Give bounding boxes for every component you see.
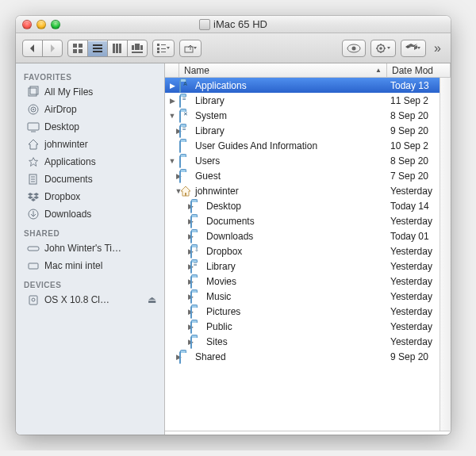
file-name-cell: Library — [179, 95, 387, 106]
file-row[interactable]: ▼Users8 Sep 20 — [165, 153, 451, 168]
dropbox-group — [401, 40, 426, 57]
file-row[interactable]: ▶LibraryYesterday — [165, 259, 451, 274]
file-name-cell: Dropbox — [190, 246, 387, 257]
sidebar-item[interactable]: Mac mini intel — [16, 257, 164, 274]
file-row[interactable]: ▶Library9 Sep 20 — [165, 123, 451, 138]
disclosure-triangle[interactable]: ▶ — [165, 323, 190, 331]
file-row[interactable]: ▼System8 Sep 20 — [165, 108, 451, 123]
folder-icon — [179, 80, 192, 91]
svg-line-35 — [383, 50, 384, 51]
disclosure-triangle[interactable]: ▶ — [165, 353, 179, 361]
toolbar-overflow[interactable]: » — [431, 41, 444, 56]
quicklook-button[interactable] — [342, 40, 366, 57]
eject-icon[interactable]: ⏏ — [148, 294, 156, 305]
file-name-cell: Pictures — [190, 306, 387, 317]
column-headers: Name ▲ Date Mod — [165, 63, 451, 78]
disclosure-triangle[interactable]: ▶ — [165, 232, 190, 240]
file-row[interactable]: ▶DropboxYesterday — [165, 243, 451, 259]
disclosure-triangle[interactable]: ▼ — [165, 157, 179, 165]
file-name: System — [195, 110, 227, 121]
disclosure-triangle[interactable]: ▶ — [165, 308, 190, 316]
folder-icon — [179, 351, 192, 362]
disclosure-triangle[interactable]: ▶ — [165, 278, 190, 285]
folder-icon — [179, 155, 192, 167]
disclosure-triangle[interactable]: ▶ — [165, 338, 190, 346]
sidebar-section-header: DEVICES — [16, 274, 164, 291]
view-icon-button[interactable] — [67, 40, 88, 57]
view-list-button[interactable] — [87, 40, 108, 57]
file-row[interactable]: ▶MoviesYesterday — [165, 274, 451, 289]
disclosure-triangle[interactable]: ▶ — [165, 82, 179, 90]
action-button[interactable] — [370, 40, 396, 57]
file-name: Sites — [206, 336, 228, 347]
view-coverflow-button[interactable] — [127, 40, 148, 57]
svg-rect-69 — [185, 193, 186, 196]
sidebar-item[interactable]: Documents — [16, 171, 164, 188]
disclosure-triangle[interactable]: ▶ — [165, 127, 179, 135]
share-button[interactable] — [179, 40, 202, 57]
disclosure-triangle[interactable]: ▶ — [165, 293, 190, 301]
disclosure-triangle[interactable]: ▶ — [165, 217, 190, 225]
svg-marker-22 — [167, 47, 170, 49]
sidebar-item[interactable]: All My Files — [16, 83, 164, 101]
column-date[interactable]: Date Mod — [387, 63, 451, 77]
home-icon — [27, 138, 40, 151]
file-row[interactable]: ▶Guest7 Sep 20 — [165, 168, 451, 183]
svg-marker-59 — [28, 196, 33, 199]
disclosure-triangle[interactable]: ▶ — [165, 247, 190, 255]
dropbox-toolbar-button[interactable] — [401, 40, 426, 57]
close-button[interactable] — [22, 20, 32, 29]
file-row[interactable]: ▶DesktopToday 14 — [165, 198, 451, 213]
disclosure-triangle[interactable]: ▼ — [165, 112, 179, 120]
svg-rect-18 — [157, 51, 159, 53]
airdrop-icon — [27, 103, 40, 116]
file-row[interactable]: ▶DownloadsToday 01 — [165, 228, 451, 243]
sidebar-item[interactable]: John Winter's Ti… — [16, 239, 164, 257]
file-row[interactable]: User Guides And Information10 Sep 2 — [165, 138, 451, 153]
disclosure-triangle[interactable]: ▶ — [165, 262, 190, 270]
view-column-button[interactable] — [107, 40, 128, 57]
finder-window: iMac 65 HD » FAVORITE — [16, 16, 451, 435]
sidebar-item[interactable]: OS X 10.8 Cl…⏏ — [16, 291, 164, 308]
forward-button[interactable] — [42, 40, 63, 57]
svg-marker-43 — [417, 47, 420, 49]
file-row[interactable]: ▶SitesYesterday — [165, 334, 451, 349]
sidebar-item[interactable]: Dropbox — [16, 188, 164, 205]
svg-rect-2 — [73, 44, 77, 48]
back-button[interactable] — [22, 40, 43, 57]
file-name-cell: Desktop — [190, 201, 387, 212]
sidebar-item[interactable]: Applications — [16, 153, 164, 171]
file-row[interactable]: ▶PublicYesterday — [165, 319, 451, 334]
disclosure-triangle[interactable]: ▼ — [165, 187, 179, 195]
titlebar[interactable]: iMac 65 HD — [16, 16, 451, 33]
file-row[interactable]: ▶MusicYesterday — [165, 289, 451, 304]
file-row[interactable]: ▼johnwinterYesterday — [165, 183, 451, 198]
minimize-button[interactable] — [36, 20, 46, 29]
svg-marker-25 — [194, 47, 197, 49]
file-row[interactable]: ▶ApplicationsToday 13 — [165, 78, 451, 93]
arrange-button[interactable] — [152, 40, 175, 57]
svg-line-36 — [378, 50, 378, 51]
sidebar-item[interactable]: Downloads — [16, 205, 164, 223]
sidebar-item[interactable]: johnwinter — [16, 136, 164, 153]
folder-icon — [190, 291, 203, 302]
scrollbar[interactable] — [440, 78, 451, 431]
disclosure-triangle[interactable]: ▶ — [165, 202, 190, 210]
disclosure-triangle[interactable]: ▶ — [165, 97, 179, 105]
svg-rect-20 — [161, 48, 166, 49]
file-name-cell: User Guides And Information — [179, 140, 387, 151]
column-disclosure[interactable] — [165, 63, 179, 77]
svg-marker-57 — [28, 193, 33, 196]
sidebar-item[interactable]: AirDrop — [16, 101, 164, 118]
file-row[interactable]: ▶Library11 Sep 2 — [165, 93, 451, 108]
column-name[interactable]: Name ▲ — [179, 63, 387, 77]
sidebar-item-label: Desktop — [44, 121, 156, 132]
file-row[interactable]: ▶PicturesYesterday — [165, 304, 451, 319]
zoom-button[interactable] — [51, 20, 60, 29]
view-switcher — [67, 40, 148, 57]
disclosure-triangle[interactable]: ▶ — [165, 172, 179, 180]
file-row[interactable]: ▶DocumentsYesterday — [165, 213, 451, 228]
svg-line-34 — [378, 45, 378, 46]
file-row[interactable]: ▶Shared9 Sep 20 — [165, 349, 451, 364]
sidebar-item[interactable]: Desktop — [16, 118, 164, 136]
